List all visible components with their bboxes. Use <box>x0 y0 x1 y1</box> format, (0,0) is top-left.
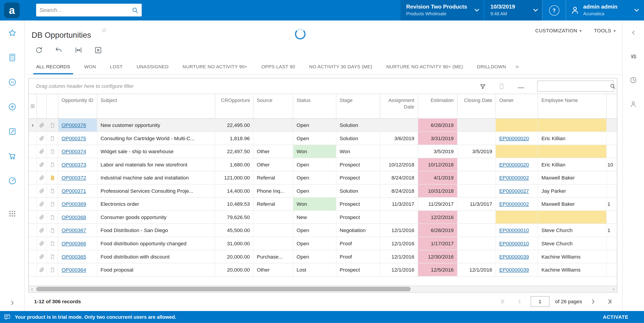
employee-name-cell[interactable]: Steve Church <box>538 237 607 250</box>
row-selector-cell[interactable] <box>29 158 37 171</box>
opportunity-id-link[interactable]: OP000374 <box>62 148 86 154</box>
employee-name-cell[interactable]: Kachine Williams <box>538 263 607 276</box>
row-selector-cell[interactable] <box>29 145 37 158</box>
col-closing-date[interactable]: Closing Date <box>458 94 496 118</box>
opportunity-id-link[interactable]: OP000364 <box>62 267 86 273</box>
opportunity-id-link[interactable]: OP000368 <box>62 214 86 220</box>
owner-link[interactable]: EP00000020 <box>499 162 529 168</box>
currency-rates-icon[interactable]: ¥$ <box>622 44 644 68</box>
apps-grid-icon[interactable] <box>0 201 24 226</box>
source-cell[interactable]: Referral <box>254 198 293 210</box>
tools-menu[interactable]: TOOLS▾ <box>594 28 616 34</box>
attachment-cell[interactable] <box>37 237 47 250</box>
employee-name-cell[interactable] <box>538 119 607 132</box>
row-selector-cell[interactable] <box>29 263 37 276</box>
col-employee-name[interactable]: Employee Name <box>538 94 607 118</box>
person-icon[interactable] <box>622 92 644 116</box>
source-cell[interactable]: Other <box>254 263 293 276</box>
owner-link[interactable]: EP00000039 <box>499 267 529 273</box>
status-cell[interactable]: Open <box>293 132 336 145</box>
collapse-panel-chevron-icon[interactable] <box>622 20 644 44</box>
dashboard-gauge-icon[interactable] <box>0 168 24 193</box>
note-cell[interactable] <box>47 198 58 210</box>
col-source[interactable]: Source <box>254 94 293 118</box>
status-cell[interactable]: Open <box>293 224 336 237</box>
scroll-left-icon[interactable]: ‹ <box>29 286 35 292</box>
employee-name-cell[interactable]: Steve Church <box>538 224 607 237</box>
opportunity-id-link[interactable]: OP000367 <box>62 227 86 233</box>
table-row[interactable]: › <box>29 119 617 132</box>
search-icon[interactable] <box>131 6 139 14</box>
stage-cell[interactable]: Solution <box>336 132 380 145</box>
calculator-icon[interactable] <box>0 45 24 70</box>
col-opportunity-id[interactable]: Opportunity ID <box>58 94 98 118</box>
col-attachments[interactable] <box>37 94 47 118</box>
status-cell[interactable]: Open <box>293 237 336 250</box>
attachment-cell[interactable] <box>37 172 47 184</box>
owner-cell[interactable] <box>496 119 538 132</box>
customization-menu[interactable]: CUSTOMIZATION▾ <box>535 28 582 34</box>
assignment-date-cell[interactable]: 3/6/2019 <box>380 132 418 145</box>
owner-link[interactable]: EP00000010 <box>499 227 529 233</box>
opportunity-id-cell[interactable]: OP000367 <box>58 224 98 237</box>
amount-cell[interactable]: 1,680.00 <box>215 158 254 171</box>
note-cell[interactable] <box>47 237 58 250</box>
opportunity-id-cell[interactable]: OP000373 <box>58 158 98 171</box>
estimation-cell[interactable]: 1/17/2017 <box>418 237 457 250</box>
opportunity-id-link[interactable]: OP000366 <box>62 240 86 246</box>
subject-cell[interactable]: Food distribution with discount <box>97 250 215 263</box>
attachment-cell[interactable] <box>37 224 47 237</box>
employee-name-cell[interactable]: Eric Killian <box>538 132 607 145</box>
filter-tab[interactable]: NURTURE NO ACTIVITY 90+ (ME) <box>379 64 470 74</box>
stage-cell[interactable]: Negotiation <box>336 224 380 237</box>
first-page-icon[interactable] <box>498 296 508 307</box>
closing-date-cell[interactable] <box>458 250 496 263</box>
stage-cell[interactable]: Prospect <box>336 172 380 184</box>
fit-width-icon[interactable] <box>74 46 83 54</box>
attachment-cell[interactable] <box>37 211 47 224</box>
assignment-date-cell[interactable]: 12/1/2016 <box>380 224 418 237</box>
col-status[interactable]: Status <box>293 94 336 118</box>
filter-tab[interactable]: DRILLDOWN <box>470 64 513 74</box>
assignment-date-cell[interactable]: 8/24/2018 <box>380 172 418 184</box>
source-cell[interactable] <box>254 224 293 237</box>
owner-cell[interactable] <box>496 145 538 158</box>
next-page-icon[interactable] <box>588 296 598 307</box>
amount-cell[interactable]: 14,400.00 <box>215 184 254 197</box>
col-stage[interactable]: Stage <box>336 94 380 118</box>
status-cell[interactable]: Lost <box>293 263 336 276</box>
opportunity-id-cell[interactable]: OP000368 <box>58 211 98 224</box>
history-clock-icon[interactable] <box>622 68 644 92</box>
opportunity-id-link[interactable]: OP000369 <box>62 201 86 207</box>
note-cell[interactable] <box>47 119 58 132</box>
closing-date-cell[interactable] <box>458 132 496 145</box>
amount-cell[interactable]: 22,497.50 <box>215 145 254 158</box>
table-row[interactable]: OP000375 Consulting for Cartridge World … <box>29 132 617 145</box>
employee-name-cell[interactable]: Jay Parker <box>538 184 607 197</box>
horizontal-scrollbar[interactable]: ‹ › <box>29 286 617 292</box>
closing-date-cell[interactable] <box>458 224 496 237</box>
subject-cell[interactable]: New customer opportunity <box>97 119 215 132</box>
attachment-cell[interactable] <box>37 198 47 210</box>
table-row[interactable]: OP000372 Industrial machine sale and ins… <box>29 172 617 185</box>
estimation-cell[interactable]: 3/5/2019 <box>418 145 457 158</box>
opportunity-id-cell[interactable]: OP000376 <box>58 119 98 132</box>
status-cell[interactable]: Open <box>293 158 336 171</box>
note-cell[interactable] <box>47 250 58 263</box>
col-notes[interactable] <box>47 94 58 118</box>
row-selector-cell[interactable] <box>29 198 37 210</box>
prev-page-icon[interactable] <box>514 296 525 307</box>
favorite-star-icon[interactable]: ☆ <box>102 27 107 34</box>
owner-link[interactable]: EP00000002 <box>499 201 529 207</box>
opportunity-id-link[interactable]: OP000372 <box>62 175 86 180</box>
table-row[interactable]: OP000367 Food Distribution - San Diego 4… <box>29 224 617 237</box>
opportunity-id-cell[interactable]: OP000369 <box>58 198 98 210</box>
closing-date-cell[interactable] <box>458 237 496 250</box>
owner-cell[interactable]: EP00000039 <box>496 250 538 263</box>
owner-link[interactable]: EP00000002 <box>499 175 529 180</box>
assignment-date-cell[interactable] <box>380 119 418 132</box>
col-amount[interactable]: CROpportuni <box>215 94 254 118</box>
tabs-overflow-icon[interactable]: » <box>516 63 519 74</box>
acumatica-logo[interactable]: a <box>4 2 20 18</box>
source-cell[interactable]: Other <box>254 158 293 171</box>
